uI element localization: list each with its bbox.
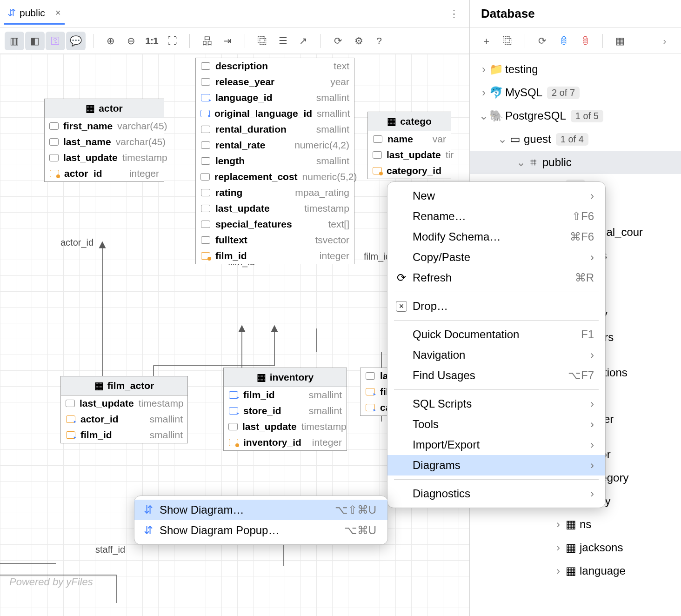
menu-item-import-export[interactable]: Import/Export› [387, 435, 605, 455]
tree-row[interactable]: ›▦language [470, 559, 681, 583]
chevron-icon[interactable]: › [553, 541, 564, 554]
chevron-icon[interactable]: › [553, 564, 564, 577]
table-row[interactable]: special_featurestext[] [196, 216, 354, 232]
menu-item-navigation[interactable]: Navigation› [387, 345, 605, 365]
tree-row[interactable]: ⌄🐘PostgreSQL1 of 5 [470, 104, 681, 127]
column-icon: ▸ [200, 110, 210, 117]
column-icon: ▸ [228, 391, 239, 399]
zoom-in-icon[interactable]: ⊕ [101, 32, 120, 50]
table-row[interactable]: rental_durationsmallint [196, 121, 354, 137]
tree-row[interactable]: ›▦ns [470, 513, 681, 536]
menu-item-modify-schema-[interactable]: Modify Schema…⌘F6 [387, 227, 605, 247]
table-row[interactable]: ▸original_language_idsmallint [196, 106, 354, 121]
submenu-item-show-diagram-[interactable]: ⇵Show Diagram…⌥⇧⌘U [134, 500, 387, 520]
submenu-item-show-diagram-popup-[interactable]: ⇵Show Diagram Popup…⌥⌘U [134, 520, 387, 541]
menu-item-new[interactable]: New› [387, 186, 605, 206]
organize-icon[interactable]: 品 [197, 32, 217, 50]
table-row[interactable]: ratingmpaa_rating [196, 185, 354, 201]
refresh-icon[interactable]: ⟳ [533, 32, 552, 50]
close-icon[interactable]: × [55, 7, 61, 18]
table-row[interactable]: namevar [368, 131, 451, 147]
db-settings-icon[interactable]: 🛢 [554, 32, 574, 50]
table-view-icon[interactable]: ▦ [610, 32, 630, 50]
table-category[interactable]: ▦categonamevarlast_updatetircategory_id [367, 112, 451, 179]
table-row[interactable]: last_updatetimestamp [224, 419, 347, 435]
table-row[interactable]: last_updatetimestamp [45, 150, 164, 166]
table-row[interactable]: last_updatetimestamp [196, 201, 354, 216]
tree-row[interactable]: ⌄⌗public [470, 151, 681, 174]
refresh-icon[interactable]: ⟳ [328, 32, 348, 50]
table-row[interactable]: ▸actor_idsmallint [61, 411, 187, 427]
tree-item-icon: ⌗ [527, 156, 541, 169]
table-row[interactable]: replacement_costnumeric(5,2) [196, 169, 354, 185]
table-film_actor[interactable]: ▦film_actorlast_updatetimestamp▸actor_id… [60, 376, 188, 443]
table-row[interactable]: ▸film_idsmallint [61, 427, 187, 443]
table-row[interactable]: film_idinteger [196, 248, 354, 264]
chevron-right-icon[interactable]: › [655, 32, 674, 50]
table-row[interactable]: category_id [368, 163, 451, 179]
chevron-icon[interactable]: › [478, 63, 489, 76]
table-row[interactable]: last_namevarchar(45) [45, 134, 164, 150]
tree-row[interactable]: ›▦jacksons [470, 536, 681, 559]
chevron-icon[interactable]: ⌄ [497, 133, 508, 146]
table-inventory[interactable]: ▦inventory▸film_idsmallint▸store_idsmall… [223, 368, 347, 451]
table-row[interactable]: descriptiontext [196, 58, 354, 74]
menu-item-quick-documentation[interactable]: Quick DocumentationF1 [387, 324, 605, 345]
table-row[interactable]: first_namevarchar(45) [45, 118, 164, 134]
tab-public[interactable]: ⇵ public × [4, 3, 65, 25]
layout-guide-icon[interactable]: ▥ [5, 32, 24, 50]
diagrams-submenu[interactable]: ⇵Show Diagram…⌥⇧⌘U⇵Show Diagram Popup…⌥⌘… [134, 495, 388, 545]
table-row[interactable]: last_updatetir [368, 147, 451, 163]
table-row[interactable]: ▸language_idsmallint [196, 90, 354, 106]
settings-icon[interactable]: ⚙ [349, 32, 368, 50]
fit-screen-icon[interactable]: ⛶ [162, 32, 182, 50]
table-row[interactable]: fulltexttsvector [196, 232, 354, 248]
table-actor[interactable]: ▦actorfirst_namevarchar(45)last_namevarc… [44, 99, 164, 182]
table-row[interactable]: ▸store_idsmallint [224, 403, 347, 419]
comment-icon[interactable]: 💬 [66, 32, 86, 50]
more-icon[interactable]: ⋮ [442, 4, 466, 24]
menu-item-diagrams[interactable]: Diagrams› [387, 455, 605, 475]
chevron-icon[interactable]: › [553, 518, 564, 531]
list-icon[interactable]: ☰ [273, 32, 293, 50]
menu-item-drop-[interactable]: ×Drop… [387, 296, 605, 316]
tree-row[interactable]: ›🐬MySQL2 of 7 [470, 81, 681, 104]
context-menu[interactable]: New›Rename…⇧F6Modify Schema…⌘F6Copy/Past… [387, 181, 606, 508]
menu-item-tools[interactable]: Tools› [387, 414, 605, 435]
add-icon[interactable]: ＋ [476, 32, 496, 50]
copy-icon[interactable]: ⿻ [253, 32, 272, 50]
export-icon[interactable]: ↗ [294, 32, 313, 50]
copy-icon[interactable]: ⿻ [498, 32, 517, 50]
table-row[interactable]: lengthsmallint [196, 153, 354, 169]
menu-item-diagnostics[interactable]: Diagnostics› [387, 483, 605, 504]
table-row[interactable]: inventory_idinteger [224, 435, 347, 450]
menu-item-rename-[interactable]: Rename…⇧F6 [387, 206, 605, 227]
stop-icon[interactable]: 🛢 [575, 32, 595, 50]
table-film[interactable]: descriptiontextrelease_yearyear▸language… [195, 58, 354, 264]
align-right-icon[interactable]: ⇥ [218, 32, 237, 50]
table-row[interactable]: rental_ratenumeric(4,2) [196, 137, 354, 153]
chevron-icon[interactable]: ⌄ [478, 109, 489, 122]
tree-item-icon: 📁 [489, 63, 503, 76]
column-type: text[] [328, 219, 349, 230]
key-icon[interactable]: ⚿ [46, 32, 65, 50]
menu-item-copy-paste[interactable]: Copy/Paste› [387, 247, 605, 268]
table-row[interactable]: release_yearyear [196, 74, 354, 90]
split-horizontal-icon[interactable]: ◧ [25, 32, 45, 50]
help-icon[interactable]: ? [369, 32, 389, 50]
menu-item-refresh[interactable]: ⟳Refresh⌘R [387, 268, 605, 288]
column-icon [228, 439, 239, 446]
table-row[interactable]: last_updatetimestamp [61, 395, 187, 411]
chevron-icon[interactable]: › [478, 86, 489, 99]
tree-row[interactable]: ⌄▭guest1 of 4 [470, 127, 681, 151]
shortcut: ⌘R [561, 271, 594, 284]
table-row[interactable]: actor_idinteger [45, 166, 164, 181]
table-row[interactable]: ▸film_idsmallint [224, 387, 347, 403]
chevron-icon[interactable]: ⌄ [515, 156, 527, 169]
menu-item-sql-scripts[interactable]: SQL Scripts› [387, 394, 605, 414]
zoom-out-icon[interactable]: ⊖ [121, 32, 141, 50]
zoom-ratio[interactable]: 1:1 [142, 32, 161, 50]
tree-row[interactable]: ›📁testing [470, 58, 681, 81]
edge-label-actor-id: actor_id [60, 237, 93, 248]
menu-item-find-usages[interactable]: Find Usages⌥F7 [387, 365, 605, 386]
